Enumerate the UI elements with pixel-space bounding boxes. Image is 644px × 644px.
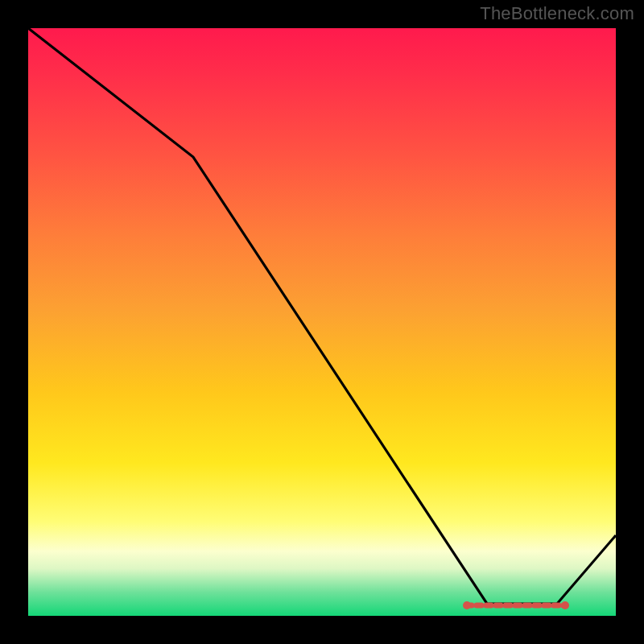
plot-area (28, 28, 616, 616)
chart-frame: TheBottleneck.com (0, 0, 644, 644)
watermark-text: TheBottleneck.com (480, 3, 634, 24)
gradient-background (28, 28, 616, 616)
